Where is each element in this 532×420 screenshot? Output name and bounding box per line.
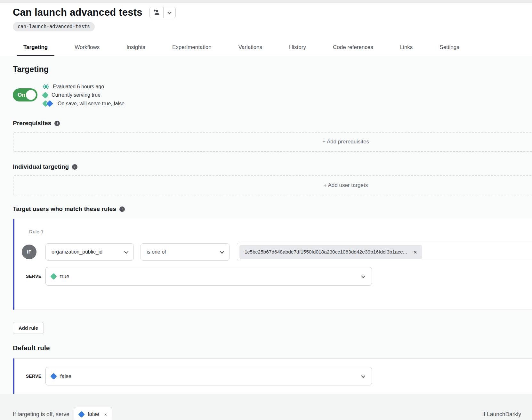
tab-workflows[interactable]: Workflows bbox=[68, 40, 106, 56]
currently-serving-status: Currently serving true bbox=[43, 92, 125, 98]
default-serve-row: SERVE false bbox=[22, 367, 532, 385]
currently-serving-text: Currently serving true bbox=[52, 92, 101, 98]
remove-off-variation-icon[interactable]: × bbox=[104, 412, 107, 417]
add-user-targets-box[interactable]: + Add user targets bbox=[13, 175, 532, 195]
toggle-on-label: On bbox=[18, 92, 25, 98]
page-header: Can launch advanced tests can-launch-adv… bbox=[0, 3, 532, 56]
flag-menu-button[interactable] bbox=[163, 7, 175, 18]
page-title: Can launch advanced tests bbox=[13, 7, 142, 18]
off-variation-footer: If targeting is off, serve false × If La… bbox=[0, 394, 532, 420]
tab-code-references[interactable]: Code references bbox=[326, 40, 380, 56]
flag-status-row: On Evaluated 6 hours ago Currently servi… bbox=[13, 84, 532, 107]
add-rule-button[interactable]: Add rule bbox=[13, 322, 44, 334]
rule-condition-row: IF organization_public_id is one of 1c5b… bbox=[22, 243, 532, 261]
evaluated-status: Evaluated 6 hours ago bbox=[43, 84, 125, 90]
chevron-down-icon bbox=[361, 374, 365, 378]
tab-insights[interactable]: Insights bbox=[120, 40, 152, 56]
remove-value-icon[interactable]: × bbox=[414, 249, 417, 255]
prerequisites-info-icon[interactable]: i bbox=[54, 121, 60, 126]
rule-serve-select[interactable]: true bbox=[45, 267, 372, 286]
operator-select[interactable]: is one of bbox=[141, 243, 230, 261]
serve-label: SERVE bbox=[22, 374, 45, 379]
default-serve-select[interactable]: false bbox=[45, 367, 372, 385]
toggle-knob bbox=[26, 90, 36, 100]
rule-serve-row: SERVE true bbox=[22, 267, 532, 286]
tab-links[interactable]: Links bbox=[393, 40, 420, 56]
tab-bar: Targeting Workflows Insights Experimenta… bbox=[13, 40, 532, 56]
false-variation-diamond-icon bbox=[50, 373, 57, 379]
targeting-heading: Targeting bbox=[13, 56, 532, 74]
rule-values-input[interactable]: 1c5bc25b67d648abde7df1550fd018a230cc1063… bbox=[237, 243, 532, 261]
add-member-button[interactable] bbox=[150, 7, 163, 18]
false-variation-diamond-icon bbox=[78, 411, 85, 417]
evaluation-pulse-icon bbox=[43, 84, 49, 90]
true-variation-diamond-icon bbox=[50, 273, 57, 279]
add-prerequisites-box[interactable]: + Add prerequisites bbox=[13, 132, 532, 152]
attribute-select[interactable]: organization_public_id bbox=[45, 243, 134, 261]
add-user-targets-label: + Add user targets bbox=[324, 182, 368, 189]
rule-name: Rule 1 bbox=[29, 229, 532, 235]
true-false-variations-diamond-icon bbox=[43, 101, 54, 107]
off-variation-select[interactable]: false × bbox=[74, 407, 112, 420]
flag-key-pill[interactable]: can-launch-advanced-tests bbox=[13, 22, 95, 31]
individual-targeting-heading: Individual targeting bbox=[13, 163, 69, 170]
tab-experimentation[interactable]: Experimentation bbox=[165, 40, 218, 56]
off-variation-value: false bbox=[88, 411, 99, 417]
rule-card: Rule 1 IF organization_public_id is one … bbox=[13, 219, 532, 310]
serve-label: SERVE bbox=[22, 274, 45, 279]
status-lines: Evaluated 6 hours ago Currently serving … bbox=[43, 84, 125, 107]
value-chip: 1c5bc25b67d648abde7df1550fd018a230cc1063… bbox=[239, 245, 422, 259]
operator-select-value: is one of bbox=[147, 249, 166, 255]
true-variation-diamond-icon bbox=[42, 92, 49, 98]
individual-targeting-info-icon[interactable]: i bbox=[72, 164, 77, 170]
prerequisites-heading: Prerequisites bbox=[13, 120, 51, 127]
if-badge: IF bbox=[22, 245, 36, 259]
chevron-down-icon bbox=[124, 249, 128, 254]
launchdarkly-fallback-text: If LaunchDarkly bbox=[482, 411, 521, 418]
off-variation-text: If targeting is off, serve bbox=[13, 411, 69, 418]
chevron-down-icon bbox=[167, 10, 172, 14]
targeting-panel: Targeting On Evaluated 6 hours ago Curre… bbox=[0, 56, 532, 394]
rules-heading: Target users who match these rules bbox=[13, 206, 116, 213]
tab-settings[interactable]: Settings bbox=[433, 40, 466, 56]
flag-actions-button-group bbox=[149, 7, 176, 18]
default-rule-heading: Default rule bbox=[13, 344, 532, 352]
rule-serve-value: true bbox=[60, 273, 69, 279]
person-add-icon bbox=[153, 9, 160, 16]
rules-info-icon[interactable]: i bbox=[119, 206, 125, 212]
top-strip bbox=[0, 0, 532, 3]
default-serve-value: false bbox=[60, 373, 71, 379]
chevron-down-icon bbox=[361, 274, 365, 278]
value-chip-text: 1c5bc25b67d648abde7df1550fd018a230cc1063… bbox=[245, 249, 407, 255]
tab-variations[interactable]: Variations bbox=[232, 40, 269, 56]
on-save-status: On save, will serve true, false bbox=[43, 101, 125, 107]
flag-on-toggle[interactable]: On bbox=[13, 88, 37, 101]
tab-targeting[interactable]: Targeting bbox=[17, 40, 54, 56]
chevron-down-icon bbox=[220, 249, 224, 254]
attribute-select-value: organization_public_id bbox=[52, 249, 102, 255]
default-rule-card: SERVE false bbox=[13, 358, 532, 394]
tab-history[interactable]: History bbox=[282, 40, 313, 56]
add-prerequisites-label: + Add prerequisites bbox=[322, 139, 369, 145]
evaluated-text: Evaluated 6 hours ago bbox=[53, 84, 104, 90]
on-save-text: On save, will serve true, false bbox=[58, 101, 125, 107]
